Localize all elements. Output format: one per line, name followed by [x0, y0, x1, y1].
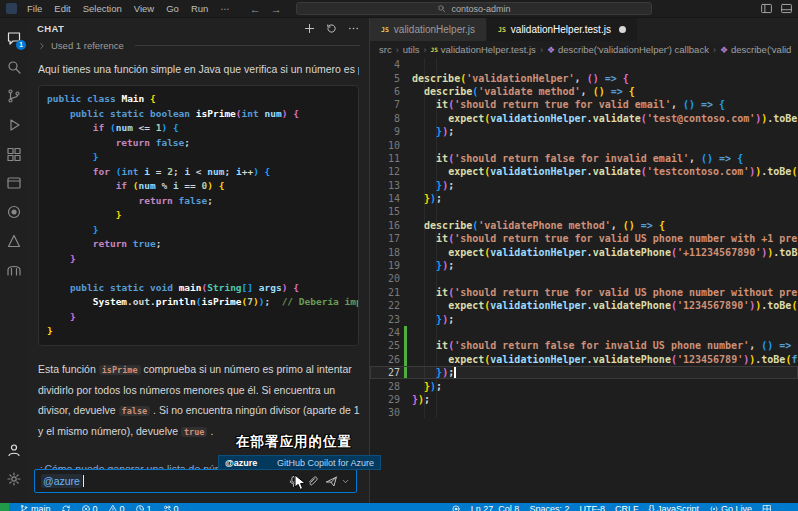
plus-icon[interactable]: [303, 22, 316, 35]
menu-run[interactable]: Run: [185, 3, 214, 14]
participant-suggestion-popup[interactable]: @azure GitHub Copilot for Azure: [218, 455, 381, 470]
status-label: Go Live: [721, 504, 752, 511]
activity-bar-bottom: [2, 437, 26, 495]
code-line-30[interactable]: 30: [370, 406, 798, 419]
status-git-branch[interactable]: main: [15, 504, 55, 511]
grid-icon: [762, 504, 772, 511]
code-line-29[interactable]: 29});: [370, 393, 798, 406]
activity-item-copilot[interactable]: [2, 199, 26, 225]
code-line-24[interactable]: 24: [370, 326, 798, 339]
code-line-26[interactable]: 26 expect(validationHelper.validatePhone…: [370, 353, 798, 366]
menu-file[interactable]: File: [21, 3, 48, 14]
chat-code-line: return false;: [47, 136, 350, 151]
history-icon[interactable]: [325, 22, 338, 35]
status-ln-27-col-8[interactable]: Ln 27, Col 8: [467, 504, 524, 511]
activity-item-chat[interactable]: 1: [2, 25, 26, 51]
code-line-13[interactable]: 13 });: [370, 179, 798, 192]
code-line-7[interactable]: 7 it('should return true for valid email…: [370, 98, 798, 111]
code-line-9[interactable]: 9 });: [370, 125, 798, 138]
breadcrumb-item[interactable]: src: [379, 44, 392, 55]
code-line-27[interactable]: 27 });: [370, 366, 798, 379]
activity-item-extensions[interactable]: [2, 141, 26, 167]
code-line-18[interactable]: 18 expect(validationHelper.validatePhone…: [370, 245, 798, 258]
breadcrumb-item[interactable]: utils: [403, 44, 420, 55]
chat-code-line: }: [47, 252, 350, 267]
code-editor[interactable]: 45describe('validationHelper', () => {6 …: [370, 58, 798, 420]
breadcrumb-item[interactable]: JSvalidationHelper.test.js: [431, 44, 536, 55]
chat-explanation: Esta función isPrime comprueba si un núm…: [38, 359, 364, 442]
menu-view[interactable]: View: [128, 3, 160, 14]
activity-item-search[interactable]: [2, 54, 26, 80]
activity-item-remote-explorer[interactable]: [2, 257, 26, 283]
code-line-14[interactable]: 14 });: [370, 192, 798, 205]
activity-item-run-debug[interactable]: [2, 112, 26, 138]
code-line-6[interactable]: 6 describe('validate method', () => {: [370, 85, 798, 98]
back-arrow-icon[interactable]: ←: [250, 3, 261, 15]
code-line-4[interactable]: 4: [370, 58, 798, 71]
line-number: 17: [370, 233, 400, 244]
code-line-17[interactable]: 17 it('should return true for valid US p…: [370, 232, 798, 245]
code-line-20[interactable]: 20: [370, 272, 798, 285]
activity-item-settings-gear[interactable]: [2, 466, 26, 492]
status-spaces-2[interactable]: Spaces: 2: [525, 504, 573, 511]
status-target[interactable]: [447, 504, 465, 511]
menu-selection[interactable]: Selection: [77, 3, 128, 14]
breadcrumb-item[interactable]: ❖describe('validationHelper') callback: [547, 44, 709, 55]
status--javascript[interactable]: {} JavaScript: [644, 504, 703, 511]
status-broadcast[interactable]: Go Live: [705, 504, 756, 511]
code-line-8[interactable]: 8 expect(validationHelper.validate('test…: [370, 112, 798, 125]
code-line-22[interactable]: 22 expect(validationHelper.validatePhone…: [370, 299, 798, 312]
status-grid[interactable]: [758, 504, 776, 511]
line-number: 6: [370, 86, 400, 97]
suggestion-command: @azure: [225, 458, 257, 468]
code-line-28[interactable]: 28 });: [370, 379, 798, 392]
remote-indicator[interactable]: [0, 503, 9, 511]
code-line-5[interactable]: 5describe('validationHelper', () => {: [370, 71, 798, 84]
code-line-12[interactable]: 12 expect(validationHelper.validate('tes…: [370, 165, 798, 178]
references-toggle[interactable]: Used 1 reference: [28, 39, 369, 52]
code-line-21[interactable]: 21 it('should return true for valid US p…: [370, 286, 798, 299]
status-warning[interactable]: 0: [104, 504, 129, 511]
activity-item-azure[interactable]: [2, 228, 26, 254]
layout-panel-icon[interactable]: [780, 2, 793, 15]
code-line-16[interactable]: 16 describe('validatePhone method', () =…: [370, 219, 798, 232]
layout-sidebar-icon[interactable]: [760, 2, 773, 15]
status-label: 0: [174, 504, 179, 511]
menu-go[interactable]: Go: [160, 3, 185, 14]
attach-icon[interactable]: [306, 475, 319, 488]
command-center-search[interactable]: contoso-admin: [296, 2, 652, 15]
chevron-down-icon[interactable]: [341, 477, 350, 486]
modified-dot-icon[interactable]: [619, 26, 626, 33]
breadcrumb-item[interactable]: ❖describe('valid: [720, 44, 792, 55]
send-icon[interactable]: [325, 475, 338, 488]
code-line-10[interactable]: 10: [370, 138, 798, 151]
code-line-11[interactable]: 11 it('should return false for invalid e…: [370, 152, 798, 165]
menu-edit[interactable]: Edit: [48, 3, 76, 14]
line-number: 23: [370, 314, 400, 325]
status-clock[interactable]: 1: [131, 504, 156, 511]
status-utf-8[interactable]: UTF-8: [575, 504, 609, 511]
code-text: });: [412, 381, 442, 392]
git-gutter: [404, 71, 407, 84]
chat-input[interactable]: @azure: [34, 469, 357, 493]
tab-validationHelper.test.js[interactable]: JSvalidationHelper.test.js: [487, 18, 637, 41]
activity-item-source-control[interactable]: [2, 83, 26, 109]
activity-item-account[interactable]: [2, 437, 26, 463]
more-icon[interactable]: [347, 22, 360, 35]
status-sync[interactable]: [57, 504, 75, 511]
code-line-15[interactable]: 15: [370, 205, 798, 218]
forward-arrow-icon[interactable]: →: [271, 3, 282, 15]
app-icon: [6, 3, 17, 14]
status-error[interactable]: 0: [77, 504, 102, 511]
git-gutter: [404, 286, 407, 299]
chat-actions: [303, 22, 360, 35]
status-crlf[interactable]: CRLF: [611, 504, 643, 511]
activity-item-window[interactable]: [2, 170, 26, 196]
layout-controls: [760, 2, 793, 15]
code-line-23[interactable]: 23 });: [370, 312, 798, 325]
menu-[interactable]: ⋯: [214, 3, 236, 14]
code-line-19[interactable]: 19 });: [370, 259, 798, 272]
status-people[interactable]: 0: [158, 504, 183, 511]
tab-validationHelper.js[interactable]: JSvalidationHelper.js: [370, 18, 486, 41]
code-line-25[interactable]: 25 it('should return false for invalid U…: [370, 339, 798, 352]
